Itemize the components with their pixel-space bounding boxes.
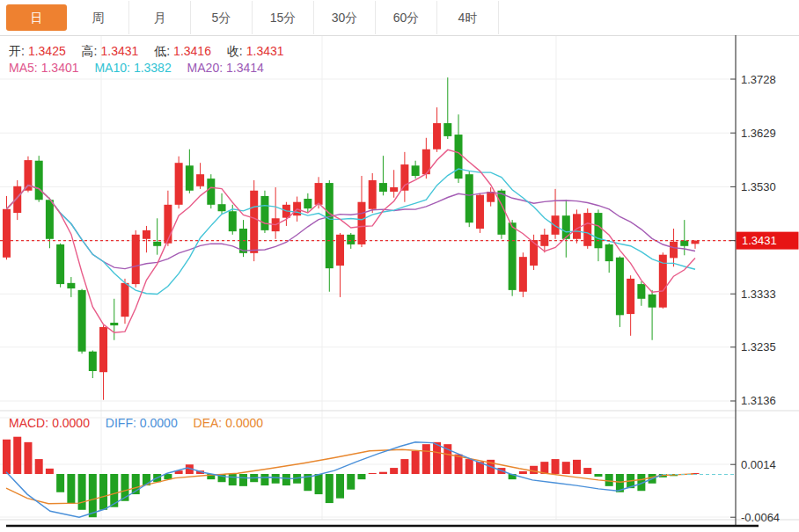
- ma5-value: 1.3401: [41, 61, 79, 75]
- tab-5分[interactable]: 5分: [191, 1, 253, 34]
- macd-bar: [594, 474, 602, 477]
- candle: [132, 235, 140, 284]
- candle: [670, 242, 678, 259]
- macd-bar: [46, 469, 54, 474]
- tab-月[interactable]: 月: [129, 1, 191, 34]
- candle: [509, 222, 517, 290]
- ma10-value: 1.3382: [134, 61, 172, 75]
- candle: [121, 283, 128, 317]
- ma10-label: MA10:: [94, 61, 129, 75]
- y-axis-label: 1.3728: [741, 73, 776, 86]
- y-axis-label: 1.3136: [741, 394, 776, 407]
- candle: [304, 199, 312, 208]
- candle: [443, 123, 451, 136]
- candle: [649, 295, 656, 308]
- candle: [637, 284, 645, 299]
- ma20-label: MA20:: [187, 61, 223, 75]
- candle: [260, 196, 268, 230]
- macd-bar: [315, 474, 323, 494]
- candle: [519, 257, 527, 292]
- trading-chart-page: { "tabs": { "items": [ {"label": "日", "a…: [0, 0, 799, 532]
- candle: [67, 283, 75, 288]
- macd-bar: [336, 474, 344, 499]
- macd-label: MACD:: [9, 416, 48, 430]
- ma10-line: [7, 169, 696, 294]
- candle: [552, 215, 560, 235]
- candle: [99, 327, 107, 372]
- candle: [218, 204, 226, 211]
- macd-bar: [465, 459, 473, 474]
- candle: [196, 174, 204, 186]
- candle: [3, 209, 11, 258]
- macd-value: 0.0000: [52, 416, 90, 430]
- candle: [78, 290, 86, 352]
- macd-bar: [605, 474, 613, 486]
- macd-bar: [422, 444, 430, 474]
- macd-bar: [24, 442, 32, 474]
- macd-bar: [400, 459, 408, 474]
- candle: [175, 163, 183, 205]
- last-price-tag-value: 1.3431: [742, 234, 777, 247]
- tab-15分[interactable]: 15分: [253, 1, 314, 34]
- macd-bar: [552, 459, 560, 474]
- candle: [357, 202, 365, 244]
- macd-bar: [99, 474, 107, 510]
- candle: [315, 183, 323, 205]
- macd-axis-label: 0.0014: [741, 458, 776, 471]
- ma-legend: MA5:1.3401 MA10:1.3382 MA20:1.3414: [9, 61, 268, 75]
- macd-bar: [357, 474, 365, 479]
- diff-value: 0.0000: [140, 416, 178, 430]
- macd-bar: [379, 472, 387, 474]
- close-label: 收:: [227, 44, 243, 58]
- macd-bar: [56, 474, 64, 492]
- candle: [476, 195, 484, 229]
- dea-value: 0.0000: [225, 416, 263, 430]
- candle: [326, 183, 334, 268]
- dea-label: DEA:: [194, 416, 223, 430]
- y-axis-label: 1.3530: [741, 180, 776, 193]
- candle: [89, 352, 97, 371]
- macd-bar: [239, 474, 247, 486]
- macd-bar: [369, 473, 377, 474]
- candle: [412, 165, 420, 176]
- macd-bar: [35, 459, 43, 474]
- tab-30分[interactable]: 30分: [314, 1, 376, 34]
- candle: [497, 191, 505, 235]
- macd-bar: [13, 437, 21, 474]
- macd-bar: [583, 468, 591, 474]
- macd-bar: [282, 474, 290, 485]
- candle: [347, 235, 355, 244]
- candle: [379, 183, 387, 192]
- candle: [390, 187, 398, 192]
- macd-bar: [573, 460, 581, 474]
- high-value: 1.3431: [101, 44, 139, 58]
- low-label: 低:: [154, 44, 170, 58]
- open-value: 1.3425: [28, 44, 66, 58]
- candlestick-chart[interactable]: 1.37281.36291.35301.33331.32351.31361.34…: [0, 35, 799, 532]
- candle: [35, 161, 43, 200]
- candle: [336, 235, 344, 266]
- open-label: 开:: [9, 44, 25, 58]
- candle: [530, 240, 538, 266]
- macd-axis-label: -0.0064: [741, 511, 780, 524]
- candle: [110, 323, 118, 325]
- y-axis-label: 1.3235: [741, 340, 776, 353]
- tab-60分[interactable]: 60分: [376, 1, 437, 34]
- macd-bar: [229, 474, 237, 485]
- tab-周[interactable]: 周: [68, 1, 129, 34]
- tab-4时[interactable]: 4时: [437, 1, 499, 34]
- low-value: 1.3416: [173, 44, 211, 58]
- candle: [186, 165, 194, 190]
- macd-bar: [78, 474, 86, 510]
- candle: [400, 164, 408, 191]
- candle: [455, 135, 463, 179]
- macd-bar: [433, 442, 441, 474]
- candle: [369, 180, 377, 209]
- diff-label: DIFF:: [106, 416, 136, 430]
- tab-日[interactable]: 日: [6, 4, 67, 31]
- candle: [465, 174, 473, 222]
- candle: [573, 214, 581, 238]
- macd-bar: [519, 471, 527, 474]
- candle: [164, 205, 172, 244]
- macd-bar: [3, 440, 11, 474]
